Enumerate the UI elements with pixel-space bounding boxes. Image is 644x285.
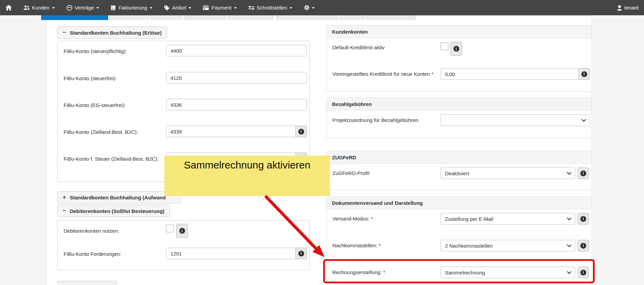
chevron-down-icon xyxy=(567,244,572,247)
tab-5[interactable] xyxy=(228,15,273,20)
nav-item-kunden[interactable]: Kunden xyxy=(23,5,55,11)
field-label: ZuGFeRD-Profil: xyxy=(332,170,370,176)
panel-bezahlgebuehren: Bezahlgebühren Projektzuordnung für Beza… xyxy=(326,97,592,138)
panel-title: ZUGFeRD xyxy=(327,151,592,164)
field-label: FiBu-Konto (EG-steuerfrei): xyxy=(64,102,126,108)
nachkommastellen-select[interactable]: 2 Nachkommastellen xyxy=(441,240,575,251)
field-label: FiBu-Konto (steuerpflichtig): xyxy=(64,48,127,54)
annotation-callout: Sammelrechnung aktivieren xyxy=(164,156,330,196)
chevron-down-icon xyxy=(567,172,572,175)
info-icon: i xyxy=(453,46,459,52)
tab-7[interactable] xyxy=(340,15,365,20)
info-button[interactable]: i xyxy=(450,42,462,56)
chevron-down-icon xyxy=(52,7,55,9)
select-value: 2 Nachkommastellen xyxy=(445,243,493,249)
info-icon: i xyxy=(580,243,586,249)
tab-2[interactable] xyxy=(109,15,149,20)
nav-item-label: Payment xyxy=(211,5,231,11)
info-icon: i xyxy=(581,71,587,77)
gear-icon xyxy=(304,5,310,11)
select-value: Zustellung per E-Mail xyxy=(445,216,493,222)
chevron-down-icon xyxy=(312,7,315,9)
info-icon: i xyxy=(298,129,304,135)
toggle-label: Standardkonten Buchhaltung (Erlöse) xyxy=(70,30,162,36)
nav-item-schnittstellen[interactable]: Schnittstellen xyxy=(248,5,292,11)
field-label: Versand-Modus: * xyxy=(332,216,373,221)
panel-title: Dokumentenversand und Darstellung xyxy=(327,197,592,209)
field-label: Nachkommastellen: * xyxy=(332,243,381,248)
collapse-button-cutoff[interactable] xyxy=(57,281,117,285)
chevron-down-icon xyxy=(567,271,572,274)
nav-item-artikel[interactable]: Artikel xyxy=(164,5,192,11)
tab-3[interactable] xyxy=(151,15,181,20)
rechnungserstellung-select[interactable]: Sammelrechnung xyxy=(441,267,575,278)
panel-title: Kundenkonten xyxy=(327,25,592,38)
plus-icon: + xyxy=(63,194,66,201)
book-icon xyxy=(111,5,116,11)
tab-6[interactable] xyxy=(276,15,338,20)
info-icon: i xyxy=(580,216,586,222)
info-button[interactable]: i xyxy=(579,68,590,80)
chevron-down-icon xyxy=(567,217,572,220)
home-button[interactable] xyxy=(5,5,12,11)
collapse-button-standardkonten-erloese[interactable]: − Standardkonten Buchhaltung (Erlöse) xyxy=(57,26,167,39)
chevron-down-icon xyxy=(290,7,292,9)
credit-card-icon xyxy=(203,5,209,10)
field-label: FiBu-Konto (steuerfrei): xyxy=(64,75,117,81)
info-button[interactable]: i xyxy=(578,167,589,179)
toggle-label: Standardkonten Buchhaltung (Aufwand xyxy=(70,195,166,200)
tab-8[interactable] xyxy=(366,15,416,20)
fibu-konto-zielland-input[interactable] xyxy=(166,126,296,137)
field-label: Default-Kreditlimit aktiv xyxy=(332,44,384,50)
panel-title: Bezahlgebühren xyxy=(327,98,592,110)
projektzuordnung-select[interactable] xyxy=(441,114,590,126)
info-button[interactable]: i xyxy=(296,126,307,137)
collapse-button-debitorenkonten[interactable]: − Debitorenkonten (Soll/Ist Besteuerung) xyxy=(57,205,170,217)
default-kreditlimit-checkbox[interactable] xyxy=(441,42,448,50)
select-value: Sammelrechnung xyxy=(445,270,485,275)
chevron-down-icon xyxy=(188,7,191,9)
info-button[interactable]: i xyxy=(578,240,589,251)
fibu-konto-forderungen-input[interactable] xyxy=(166,248,296,259)
info-button[interactable]: i xyxy=(296,248,307,259)
panel-kundenkonten: Kundenkonten Default-Kreditlimit aktiv i… xyxy=(326,25,592,92)
toggle-label: Debitorenkonten (Soll/Ist Besteuerung) xyxy=(70,208,164,214)
top-navbar: Kunden Verträge Fakturierung Artikel xyxy=(0,0,644,15)
zugferd-profil-select[interactable]: Deaktiviert xyxy=(441,167,575,179)
nav-item-settings[interactable] xyxy=(304,5,315,11)
fibu-konto-eg-steuerfrei-input[interactable] xyxy=(166,99,307,110)
field-label: FiBu-Konto Forderungen: xyxy=(64,251,121,257)
chevron-down-icon xyxy=(234,7,237,9)
collapse-button-standardkonten-aufwand[interactable]: + Standardkonten Buchhaltung (Aufwand xyxy=(57,191,180,203)
exchange-arrows-icon xyxy=(248,5,254,10)
field-label: Voreingestelltes Kreditlimit für neue Ko… xyxy=(332,71,433,77)
nav-item-label: Artikel xyxy=(172,5,186,11)
tag-icon xyxy=(164,5,170,11)
minus-icon: − xyxy=(63,208,66,214)
fibu-konto-steuerfrei-input[interactable] xyxy=(166,72,307,84)
select-value: Deaktiviert xyxy=(445,171,469,176)
nav-item-payment[interactable]: Payment xyxy=(203,5,236,11)
field-label: FiBu-Konto f. Steuer (Zielland-Best. B2C… xyxy=(64,156,159,162)
info-button[interactable]: i xyxy=(176,224,188,238)
info-icon: i xyxy=(298,251,304,256)
debitorenkonten-nutzen-checkbox[interactable] xyxy=(166,225,174,232)
info-button[interactable]: i xyxy=(578,213,589,225)
kreditlimit-input[interactable] xyxy=(441,68,579,80)
home-icon xyxy=(5,5,12,11)
field-label: Debitorenkonten nutzen: xyxy=(64,228,119,234)
versand-modus-select[interactable]: Zustellung per E-Mail xyxy=(441,213,575,225)
tab-active[interactable] xyxy=(41,15,108,20)
fibu-konto-steuerpflichtig-input[interactable] xyxy=(166,45,307,56)
field-label: FiBu-Konto (Zielland-Best. B2C): xyxy=(64,129,138,135)
annotation-text: Sammelrechnung aktivieren xyxy=(184,159,311,196)
info-icon: i xyxy=(179,228,185,234)
nav-item-fakturierung[interactable]: Fakturierung xyxy=(111,5,152,11)
tenant-menu[interactable]: tenant xyxy=(617,5,639,11)
info-button[interactable]: i xyxy=(578,267,589,278)
nav-item-vertraege[interactable]: Verträge xyxy=(66,5,99,11)
tab-4[interactable] xyxy=(184,15,226,20)
field-label: Projektzuordnung für Bezahlgebühren xyxy=(332,117,418,123)
panel-dokumentenversand: Dokumentenversand und Darstellung Versan… xyxy=(326,196,592,285)
chevron-down-icon xyxy=(150,7,152,9)
